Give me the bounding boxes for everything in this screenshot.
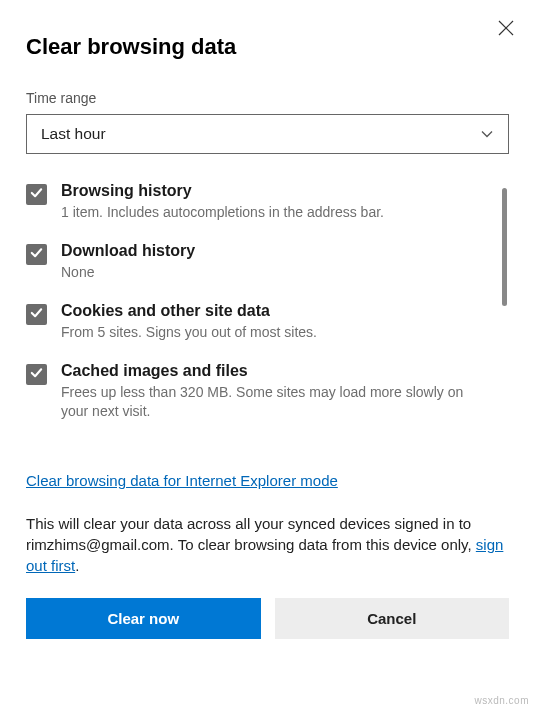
close-button[interactable]: [495, 18, 517, 40]
sync-note-suffix: .: [75, 557, 79, 574]
option-title: Cookies and other site data: [61, 302, 485, 320]
ie-mode-link[interactable]: Clear browsing data for Internet Explore…: [26, 472, 338, 489]
check-icon: [29, 185, 44, 204]
option-text: Cookies and other site dataFrom 5 sites.…: [61, 302, 485, 342]
watermark: wsxdn.com: [474, 695, 529, 706]
option-row: Browsing history1 item. Includes autocom…: [26, 182, 485, 222]
chevron-down-icon: [480, 127, 494, 141]
checkbox[interactable]: [26, 364, 47, 385]
option-row: Download historyNone: [26, 242, 485, 282]
cancel-button[interactable]: Cancel: [275, 598, 510, 639]
option-title: Cached images and files: [61, 362, 485, 380]
time-range-select[interactable]: Last hour: [26, 114, 509, 154]
check-icon: [29, 365, 44, 384]
option-text: Download historyNone: [61, 242, 485, 282]
options-scroll-area: Browsing history1 item. Includes autocom…: [26, 182, 509, 454]
option-text: Browsing history1 item. Includes autocom…: [61, 182, 485, 222]
option-title: Browsing history: [61, 182, 485, 200]
checkbox[interactable]: [26, 244, 47, 265]
check-icon: [29, 305, 44, 324]
close-icon: [498, 20, 514, 39]
option-row: Cookies and other site dataFrom 5 sites.…: [26, 302, 485, 342]
button-row: Clear now Cancel: [26, 598, 509, 639]
check-icon: [29, 245, 44, 264]
option-desc: From 5 sites. Signs you out of most site…: [61, 323, 485, 342]
clear-now-button[interactable]: Clear now: [26, 598, 261, 639]
option-text: Cached images and filesFrees up less tha…: [61, 362, 485, 421]
option-desc: Frees up less than 320 MB. Some sites ma…: [61, 383, 485, 421]
time-range-label: Time range: [26, 90, 509, 106]
sync-note: This will clear your data across all you…: [26, 513, 509, 576]
scrollbar-thumb[interactable]: [502, 188, 507, 306]
option-desc: None: [61, 263, 485, 282]
option-desc: 1 item. Includes autocompletions in the …: [61, 203, 485, 222]
checkbox[interactable]: [26, 184, 47, 205]
sync-note-text: This will clear your data across all you…: [26, 515, 476, 553]
option-row: Cached images and filesFrees up less tha…: [26, 362, 485, 421]
option-title: Download history: [61, 242, 485, 260]
time-range-value: Last hour: [41, 125, 106, 143]
dialog-title: Clear browsing data: [26, 34, 509, 60]
checkbox[interactable]: [26, 304, 47, 325]
